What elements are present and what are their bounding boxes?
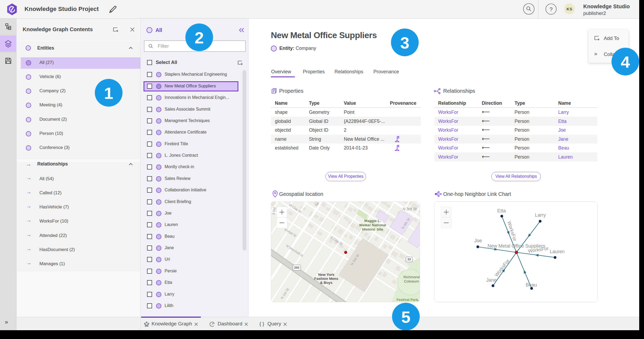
svg-text:New York: New York bbox=[318, 273, 335, 277]
svg-text:Jane: Jane bbox=[486, 277, 496, 283]
svg-text:Festival Park: Festival Park bbox=[397, 298, 418, 302]
svg-text:Fashion Mens: Fashion Mens bbox=[314, 277, 338, 281]
svg-text:Maggie L.: Maggie L. bbox=[364, 219, 381, 223]
svg-text:Lauren: Lauren bbox=[550, 249, 565, 254]
svg-text:Beau: Beau bbox=[526, 282, 537, 288]
svg-text:Historic Site: Historic Site bbox=[362, 227, 383, 231]
svg-text:Coliseum: Coliseum bbox=[404, 279, 419, 283]
svg-text:250: 250 bbox=[294, 266, 299, 269]
svg-text:Etta: Etta bbox=[497, 208, 506, 213]
svg-text:Walker National: Walker National bbox=[359, 223, 386, 227]
svg-text:Larry: Larry bbox=[535, 212, 546, 218]
svg-text:?: ? bbox=[549, 6, 553, 12]
svg-text:N 3rd St: N 3rd St bbox=[403, 207, 416, 211]
svg-text:Joe: Joe bbox=[474, 238, 482, 243]
svg-text:& Boys: & Boys bbox=[320, 281, 333, 285]
svg-text:33: 33 bbox=[407, 258, 411, 261]
svg-text:Richmond: Richmond bbox=[403, 275, 420, 279]
